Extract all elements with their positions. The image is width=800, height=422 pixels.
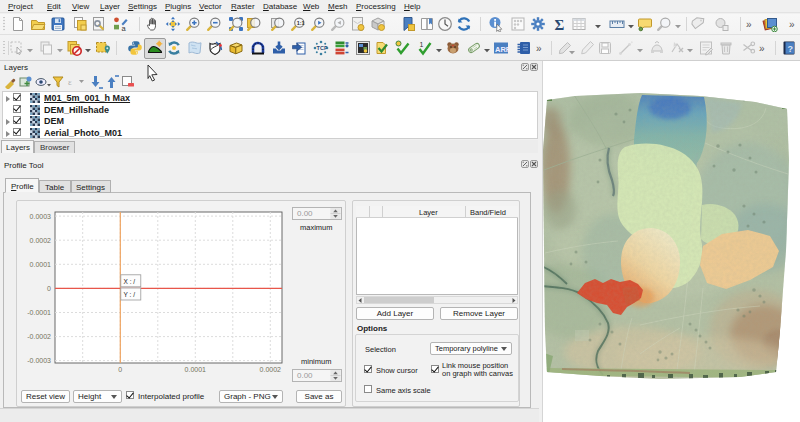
svg-text:1:1: 1:1 xyxy=(297,20,305,26)
svg-text:ε: ε xyxy=(68,77,72,87)
svg-text:?: ? xyxy=(788,44,794,54)
svg-text:»: » xyxy=(759,43,765,54)
svg-text:0.0003: 0.0003 xyxy=(30,213,52,220)
svg-text:»: » xyxy=(746,19,752,30)
svg-text:1: 1 xyxy=(420,41,424,48)
svg-text:»: » xyxy=(789,19,795,30)
svg-text:0.0001: 0.0001 xyxy=(185,366,207,373)
svg-text:Y : /: Y : / xyxy=(124,291,136,298)
svg-text:-0.0001: -0.0001 xyxy=(27,309,51,316)
svg-text:ARR: ARR xyxy=(495,45,509,54)
svg-text:0: 0 xyxy=(47,285,51,292)
svg-text:a: a xyxy=(122,24,127,33)
svg-text:0.0002: 0.0002 xyxy=(260,366,282,373)
svg-text:TCF: TCF xyxy=(317,45,328,51)
svg-text:0: 0 xyxy=(118,366,122,373)
svg-text:0.0002: 0.0002 xyxy=(30,237,52,244)
svg-text:-0.0003: -0.0003 xyxy=(27,357,51,364)
svg-text:X : /: X : / xyxy=(124,278,136,285)
svg-text:»: » xyxy=(536,43,542,54)
svg-text:-0.0002: -0.0002 xyxy=(27,333,51,340)
svg-text:Σ: Σ xyxy=(555,17,565,33)
svg-text:0.0001: 0.0001 xyxy=(30,261,52,268)
